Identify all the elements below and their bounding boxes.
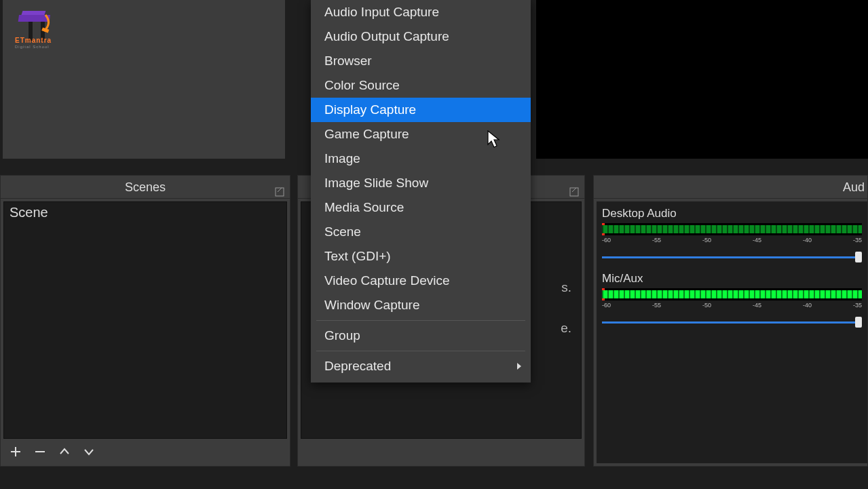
meter-tick-label: -35 <box>853 237 862 245</box>
menu-item-window-capture[interactable]: Window Capture <box>311 293 531 317</box>
meter-tick-label: -45 <box>753 302 761 310</box>
mixer-meter-scale: -60-55-50-45-40-35 <box>602 237 862 245</box>
mixer-volume-slider[interactable] <box>602 317 862 328</box>
menu-separator <box>316 320 525 321</box>
submenu-arrow-icon <box>517 363 521 370</box>
sources-toolbar <box>301 440 582 463</box>
menu-item-label: Deprecated <box>324 359 391 373</box>
add-scene-button[interactable] <box>7 444 24 460</box>
meter-tick-label: -60 <box>602 237 611 245</box>
move-scene-up-button[interactable] <box>56 444 73 460</box>
mixer-meter-scale: -60-55-50-45-40-35 <box>602 302 862 310</box>
menu-item-image-slide-show[interactable]: Image Slide Show <box>311 171 531 195</box>
brand-logo-text: ETmantra <box>15 37 52 44</box>
menu-item-scene[interactable]: Scene <box>311 220 531 244</box>
svg-rect-6 <box>570 188 578 196</box>
menu-item-audio-input-capture[interactable]: Audio Input Capture <box>311 0 531 24</box>
meter-tick-label: -55 <box>652 237 661 245</box>
audio-mixer-dock: Aud Desktop Audio-60-55-50-45-40-35Mic/A… <box>593 175 868 467</box>
mixer-track: Desktop Audio-60-55-50-45-40-35 <box>602 207 862 262</box>
menu-item-media-source[interactable]: Media Source <box>311 195 531 220</box>
mixer-track-label: Desktop Audio <box>602 207 862 220</box>
menu-item-display-capture[interactable]: Display Capture <box>311 98 531 122</box>
meter-tick-label: -45 <box>753 237 761 245</box>
meter-tick-label: -40 <box>803 237 812 245</box>
meter-tick-label: -50 <box>702 302 711 310</box>
svg-rect-5 <box>276 188 284 196</box>
popout-icon[interactable] <box>569 181 579 191</box>
mixer-dock-title: Aud <box>843 180 865 194</box>
mixer-track: Mic/Aux-60-55-50-45-40-35 <box>602 272 862 328</box>
scene-list-item[interactable]: Scene <box>4 202 286 223</box>
menu-item-browser[interactable]: Browser <box>311 49 531 73</box>
menu-item-deprecated[interactable]: Deprecated <box>311 354 531 378</box>
cursor-icon <box>487 130 502 149</box>
meter-tick-label: -35 <box>853 302 862 310</box>
mixer-body: Desktop Audio-60-55-50-45-40-35Mic/Aux-6… <box>597 201 867 463</box>
meter-tick-label: -55 <box>652 302 661 310</box>
menu-item-group[interactable]: Group <box>311 324 531 348</box>
mixer-track-label: Mic/Aux <box>602 272 862 286</box>
add-source-context-menu: Audio Input CaptureAudio Output CaptureB… <box>311 0 531 383</box>
preview-canvas-right[interactable] <box>536 0 868 159</box>
scenes-list[interactable]: Scene <box>3 201 287 439</box>
menu-item-color-source[interactable]: Color Source <box>311 73 531 98</box>
preview-canvas-left[interactable]: ETmantra Digital School <box>3 0 285 159</box>
remove-scene-button[interactable] <box>32 444 48 460</box>
meter-tick-label: -60 <box>602 302 611 310</box>
slider-thumb[interactable] <box>855 252 862 262</box>
menu-item-image[interactable]: Image <box>311 146 531 171</box>
scenes-dock-header[interactable]: Scenes <box>1 176 290 199</box>
menu-item-text-gdi[interactable]: Text (GDI+) <box>311 244 531 269</box>
hint-text-fragment: s. <box>561 280 571 295</box>
mixer-meter <box>602 223 862 235</box>
scenes-toolbar <box>3 440 287 463</box>
scenes-dock: Scenes Scene <box>0 175 290 467</box>
mixer-dock-header[interactable]: Aud <box>594 176 867 199</box>
move-scene-down-button[interactable] <box>81 444 97 460</box>
popout-icon[interactable] <box>275 181 284 191</box>
meter-tick-label: -40 <box>803 302 812 310</box>
brand-logo-tagline: Digital School <box>15 45 50 49</box>
menu-item-video-capture-device[interactable]: Video Capture Device <box>311 269 531 293</box>
mixer-meter <box>602 288 862 300</box>
mixer-volume-slider[interactable] <box>602 252 862 262</box>
meter-tick-label: -50 <box>702 237 711 245</box>
menu-item-audio-output-capture[interactable]: Audio Output Capture <box>311 24 531 49</box>
hint-text-fragment: e. <box>561 321 571 336</box>
scenes-dock-title: Scenes <box>125 180 166 194</box>
slider-thumb[interactable] <box>855 317 862 328</box>
menu-separator <box>316 351 525 351</box>
